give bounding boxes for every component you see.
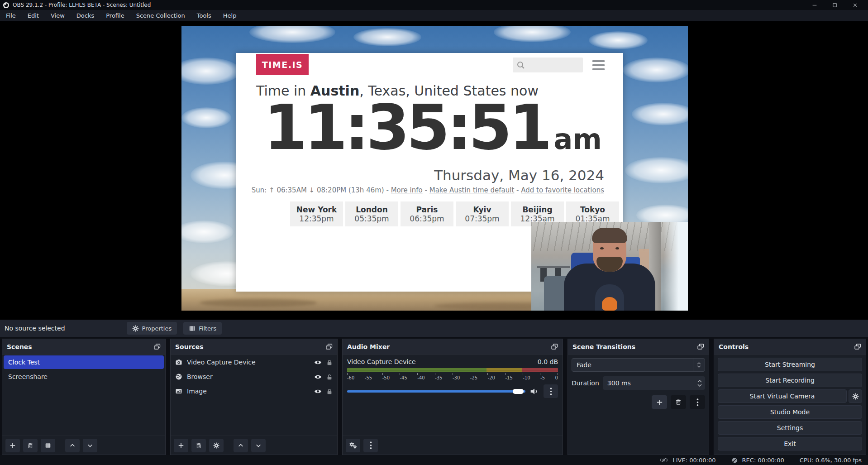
start-virtual-camera-button[interactable]: Start Virtual Camera	[718, 389, 847, 403]
preview-area[interactable]: TIME.IS Time in Austin, Texas, United St…	[0, 21, 868, 320]
add-transition-button[interactable]	[652, 395, 667, 409]
properties-button[interactable]: Properties	[127, 322, 177, 335]
window-title: OBS 29.1.2 - Profile: LLHLS BETA - Scene…	[13, 2, 151, 8]
rec-timer: REC: 00:00:00	[742, 457, 784, 464]
globe-icon	[175, 373, 182, 380]
city-card: Kyiv07:35pm	[456, 201, 509, 226]
scene-filters-button[interactable]	[41, 439, 55, 452]
city-card: London05:35pm	[345, 201, 398, 226]
studio-mode-button[interactable]: Studio Mode	[718, 405, 862, 419]
webcam-overlay	[531, 222, 688, 311]
menubar: File Edit View Docks Profile Scene Colle…	[0, 10, 868, 21]
controls-header: Controls	[714, 339, 866, 355]
lock-icon[interactable]	[326, 359, 333, 366]
scenes-panel: Scenes Clock Test Screenshare	[2, 339, 166, 455]
cloud	[494, 26, 571, 42]
menu-view[interactable]: View	[45, 10, 71, 21]
lock-icon[interactable]	[326, 388, 333, 395]
cloud	[249, 26, 335, 43]
remove-transition-button[interactable]	[671, 395, 686, 409]
cloud	[181, 221, 234, 243]
menu-file[interactable]: File	[0, 10, 22, 21]
audio-mixer-body: Video Capture Device 0.0 dB -60-55-50-45…	[343, 355, 563, 436]
lock-icon[interactable]	[326, 374, 333, 380]
popout-icon[interactable]	[154, 344, 161, 350]
search-icon	[516, 61, 525, 70]
scene-item-screenshare[interactable]: Screenshare	[4, 370, 164, 384]
remove-scene-button[interactable]	[23, 439, 38, 452]
filters-button[interactable]: Filters	[183, 322, 222, 335]
sources-panel: Sources Video Capture Device Browser Ima…	[170, 339, 338, 455]
close-button[interactable]	[845, 0, 865, 10]
timeis-logo: TIME.IS	[256, 54, 309, 75]
visibility-eye-icon[interactable]	[314, 360, 322, 365]
live-timer: LIVE: 00:00:00	[672, 457, 715, 464]
move-source-down-button[interactable]	[251, 439, 266, 452]
duration-spinbox[interactable]: 300 ms	[603, 376, 705, 390]
menu-docks[interactable]: Docks	[71, 10, 100, 21]
time-meridiem: am	[554, 123, 602, 156]
image-icon	[175, 388, 182, 395]
start-recording-button[interactable]: Start Recording	[718, 374, 862, 387]
move-scene-up-button[interactable]	[65, 439, 80, 452]
source-row-browser[interactable]: Browser	[171, 370, 337, 384]
titlebar: OBS 29.1.2 - Profile: LLHLS BETA - Scene…	[0, 0, 868, 10]
move-source-up-button[interactable]	[234, 439, 248, 452]
move-scene-down-button[interactable]	[83, 439, 97, 452]
speaker-icon[interactable]	[530, 388, 539, 395]
transition-kebab-button[interactable]	[690, 395, 705, 409]
volume-slider-handle[interactable]	[513, 389, 524, 394]
time-digits: 11:35:51	[264, 91, 549, 164]
transitions-header: Scene Transitions	[568, 339, 709, 355]
scenes-title: Scenes	[7, 343, 32, 350]
add-source-button[interactable]	[174, 439, 188, 452]
menu-scene-collection[interactable]: Scene Collection	[130, 10, 191, 21]
meter-tick-labels: -60-55-50-45-40-35-30-25-20-15-10-50	[347, 375, 558, 380]
volume-slider[interactable]	[347, 390, 525, 393]
statusbar: LIVE: 00:00:00 REC: 00:00:00 CPU: 0.6%, …	[0, 455, 868, 465]
sources-list: Video Capture Device Browser Image	[171, 355, 337, 436]
scenes-list: Clock Test Screenshare	[2, 355, 165, 436]
cloud	[632, 103, 688, 125]
city-card: New York12:35pm	[290, 201, 343, 226]
sources-toolbar	[171, 436, 337, 455]
start-streaming-button[interactable]: Start Streaming	[718, 358, 862, 371]
menu-help[interactable]: Help	[217, 10, 243, 21]
menu-profile[interactable]: Profile	[100, 10, 130, 21]
duration-spin-arrows[interactable]	[694, 380, 705, 387]
minimize-button[interactable]	[804, 0, 825, 10]
scene-item-clock-test[interactable]: Clock Test	[4, 355, 164, 369]
mixer-toolbar-kebab-button[interactable]	[363, 439, 378, 452]
source-row-image[interactable]: Image	[171, 384, 337, 398]
source-properties-button[interactable]	[209, 439, 224, 452]
remove-source-button[interactable]	[191, 439, 206, 452]
source-row-video-capture[interactable]: Video Capture Device	[171, 355, 337, 369]
sources-title: Sources	[175, 343, 204, 350]
hamburger-menu-icon	[592, 60, 605, 70]
popout-icon[interactable]	[854, 344, 861, 350]
gear-icon	[132, 325, 139, 332]
maximize-button[interactable]	[825, 0, 845, 10]
menu-edit[interactable]: Edit	[22, 10, 45, 21]
popout-icon[interactable]	[697, 344, 704, 350]
scenes-panel-header: Scenes	[2, 339, 165, 355]
transition-select[interactable]: Fade	[572, 358, 705, 372]
popout-icon[interactable]	[326, 344, 333, 350]
mixer-kebab-menu-button[interactable]	[544, 384, 558, 398]
visibility-eye-icon[interactable]	[314, 388, 322, 394]
virtual-camera-config-button[interactable]	[849, 389, 862, 403]
add-scene-button[interactable]	[5, 439, 20, 452]
current-time: 11:35:51am	[264, 96, 602, 159]
audio-mixer-toolbar	[343, 436, 563, 455]
filters-icon	[189, 325, 196, 332]
exit-button[interactable]: Exit	[718, 437, 862, 451]
popout-icon[interactable]	[551, 344, 558, 350]
obs-logo-icon	[3, 2, 10, 9]
selected-source-toolbar: No source selected Properties Filters	[0, 320, 868, 337]
search-box	[513, 58, 583, 72]
settings-button[interactable]: Settings	[718, 421, 862, 435]
visibility-eye-icon[interactable]	[314, 374, 322, 380]
advanced-audio-gears-button[interactable]	[346, 439, 360, 452]
city-card: Paris06:35pm	[401, 201, 453, 226]
menu-tools[interactable]: Tools	[191, 10, 217, 21]
